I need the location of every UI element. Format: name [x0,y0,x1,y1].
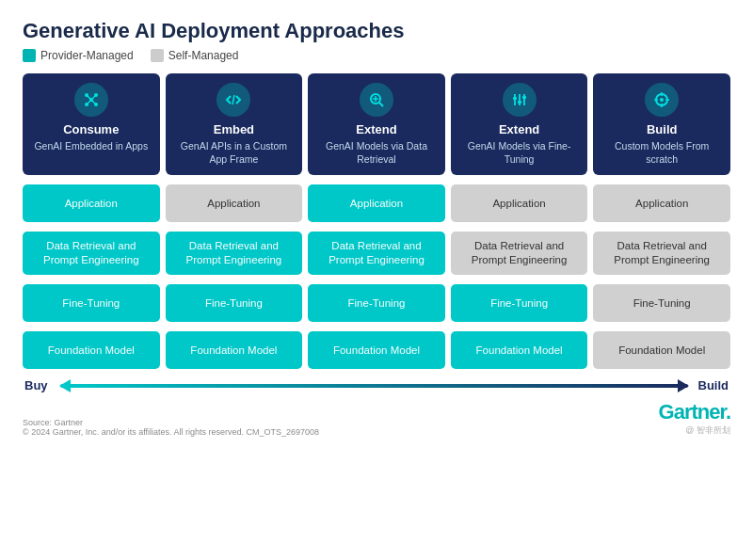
svg-rect-18 [518,101,521,104]
col-header-build: Build Custom Models From scratch [593,73,730,175]
svg-line-8 [91,100,96,104]
source-text: Source: Gartner [23,418,319,427]
footer: Source: Gartner © 2024 Gartner, Inc. and… [23,400,730,437]
build-desc: Custom Models From scratch [601,139,723,166]
cell-foundation-0: Foundation Model [23,331,160,369]
extend-finetuning-icon [503,83,537,117]
arrow-row: Buy Build [23,378,730,392]
svg-line-6 [91,95,96,100]
consume-type: Consume [63,122,119,136]
extend-finetuning-desc: GenAI Models via Fine-Tuning [458,139,581,166]
svg-line-5 [87,95,91,100]
col-header-extend-retrieval: Extend GenAI Models via Data Retrieval [308,73,445,175]
col-header-extend-finetuning: Extend GenAI Models via Fine-Tuning [451,73,588,175]
legend-self: Self-Managed [151,49,239,62]
watermark-text: @ 智非所划 [685,424,730,437]
cell-application-4: Application [593,184,730,222]
copyright-text: © 2024 Gartner, Inc. and/or its affiliat… [23,427,319,437]
cell-application-0: Application [23,184,160,222]
gartner-logo: Gartner. [659,400,730,424]
extend-retrieval-desc: GenAI Models via Data Retrieval [315,139,438,166]
provider-color-swatch [23,49,36,62]
cell-application-1: Application [166,184,303,222]
svg-rect-19 [522,96,526,99]
cell-retrieval-0: Data Retrieval and Prompt Engineering [23,232,160,275]
embed-type: Embed [214,122,254,136]
legend-self-label: Self-Managed [168,49,239,62]
footer-left: Source: Gartner © 2024 Gartner, Inc. and… [23,418,319,437]
self-color-swatch [151,49,164,62]
consume-icon [74,83,108,117]
svg-point-21 [660,98,664,102]
legend: Provider-Managed Self-Managed [23,49,730,62]
gartner-dot: . [726,400,730,424]
cell-finetuning-0: Fine-Tuning [23,284,160,322]
cell-foundation-2: Foundation Model [308,331,445,369]
svg-line-7 [87,100,91,104]
col-header-embed: Embed GenAI APIs in a Custom App Frame [166,73,303,175]
extend-retrieval-icon [360,83,393,117]
extend-retrieval-type: Extend [356,122,396,136]
cell-retrieval-2: Data Retrieval and Prompt Engineering [308,232,445,275]
fine-tuning-row: Fine-Tuning Fine-Tuning Fine-Tuning Fine… [23,284,730,322]
gartner-logo-text: Gartner [659,400,726,424]
cell-foundation-3: Foundation Model [451,331,588,369]
cell-retrieval-4: Data Retrieval and Prompt Engineering [593,232,730,275]
cell-application-3: Application [451,184,588,222]
build-type: Build [647,122,678,136]
svg-rect-17 [513,97,517,100]
legend-provider: Provider-Managed [23,49,134,62]
buy-label: Buy [24,378,53,392]
cell-application-2: Application [308,184,445,222]
page-title: Generative AI Deployment Approaches [23,19,730,43]
svg-line-11 [379,103,383,106]
build-label: Build [696,378,729,392]
cell-finetuning-2: Fine-Tuning [308,284,445,322]
svg-line-9 [232,95,234,104]
col-header-consume: Consume GenAI Embedded in Apps [23,73,160,175]
consume-desc: GenAI Embedded in Apps [34,139,148,152]
cell-retrieval-1: Data Retrieval and Prompt Engineering [166,232,303,275]
cell-foundation-4: Foundation Model [593,331,730,369]
data-retrieval-row: Data Retrieval and Prompt Engineering Da… [23,232,730,275]
column-headers-grid: Consume GenAI Embedded in Apps Embed Gen… [23,73,730,175]
cell-finetuning-4: Fine-Tuning [593,284,730,322]
extend-finetuning-type: Extend [499,122,539,136]
legend-provider-label: Provider-Managed [40,49,134,62]
embed-desc: GenAI APIs in a Custom App Frame [173,139,296,166]
application-row: Application Application Application Appl… [23,184,730,222]
embed-icon [216,83,250,117]
footer-right: Gartner. @ 智非所划 [659,400,730,437]
foundation-model-row: Foundation Model Foundation Model Founda… [23,331,730,369]
cell-retrieval-3: Data Retrieval and Prompt Engineering [451,232,588,275]
cell-foundation-1: Foundation Model [166,331,303,369]
build-icon [645,83,679,117]
cell-finetuning-3: Fine-Tuning [451,284,588,322]
cell-finetuning-1: Fine-Tuning [166,284,303,322]
